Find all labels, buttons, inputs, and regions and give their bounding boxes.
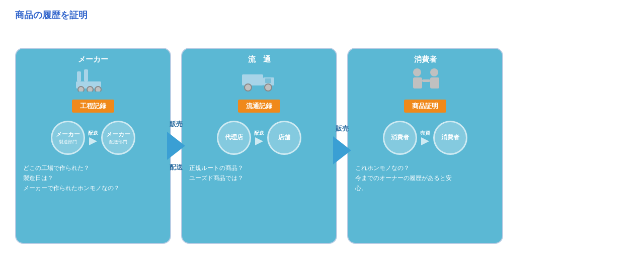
distribution-arrow1: 配送	[254, 130, 264, 145]
svg-point-4	[87, 86, 93, 92]
diagram-container: メーカー 工程記録 メーカー 製造部門 配送	[15, 28, 629, 263]
distribution-title: 流 通	[248, 55, 271, 64]
svg-point-11	[413, 68, 421, 76]
distribution-flow-row: 代理店 配送 店舗	[217, 121, 301, 155]
maker-node2: メーカー 配送部門	[101, 121, 135, 155]
distribution-node1: 代理店	[217, 121, 251, 155]
consumer-node1: 消費者	[383, 121, 417, 155]
maker-node1: メーカー 製造部門	[51, 121, 85, 155]
consumer-label: 商品証明	[404, 100, 446, 113]
panel-maker: メーカー 工程記録 メーカー 製造部門 配送	[15, 48, 171, 244]
factory-icon	[73, 67, 113, 94]
panel-consumer: 消費者 商品証明 消費者 売買	[347, 48, 503, 244]
page-title: 商品の履歴を証明	[15, 9, 629, 21]
arrow-left-bottom-label: 配送	[170, 163, 183, 172]
maker-arrow1: 配送	[88, 130, 98, 145]
distribution-desc: 正規ルートの商品？ ユーズド商品では？	[189, 163, 244, 184]
distribution-label: 流通記録	[238, 100, 280, 113]
svg-rect-6	[242, 74, 263, 85]
svg-rect-1	[84, 69, 88, 81]
maker-desc: どこの工場で作られた？ 製造日は？ メーカーで作られたホンモノなの？	[23, 163, 120, 194]
svg-point-10	[265, 84, 272, 91]
svg-point-14	[430, 68, 438, 76]
big-arrow-left: 販売 配送	[167, 120, 185, 172]
svg-rect-15	[430, 77, 439, 88]
consumer-title: 消費者	[414, 55, 437, 64]
panel-distribution: 流 通 流通記録 代理店 配送	[181, 48, 337, 244]
consumer-arrow1: 売買	[420, 130, 430, 145]
maker-label: 工程記録	[72, 100, 114, 113]
svg-point-9	[245, 84, 252, 91]
maker-flow-row: メーカー 製造部門 配送 メーカー 配送部門	[51, 121, 135, 155]
distribution-node2: 店舗	[267, 121, 301, 155]
arrow-right-top-label: 販売	[336, 124, 349, 133]
svg-point-5	[95, 86, 101, 92]
consumer-flow-row: 消費者 売買 消費者	[383, 121, 467, 155]
svg-rect-0	[77, 71, 81, 81]
arrow-left-top-label: 販売	[170, 120, 183, 129]
arrow-left-shape	[167, 132, 185, 160]
svg-rect-8	[265, 78, 271, 83]
svg-point-3	[78, 86, 84, 92]
people-icon	[405, 67, 445, 94]
consumer-desc: これホンモノなの？ 今までのオーナーの履歴があると安 心。	[355, 163, 452, 194]
arrow-right-shape	[333, 136, 351, 164]
consumer-node2: 消費者	[433, 121, 467, 155]
maker-title: メーカー	[78, 55, 108, 64]
svg-rect-16	[423, 79, 430, 82]
big-arrow-right: 販売	[333, 124, 351, 167]
truck-icon	[239, 67, 279, 94]
svg-rect-12	[413, 77, 422, 88]
